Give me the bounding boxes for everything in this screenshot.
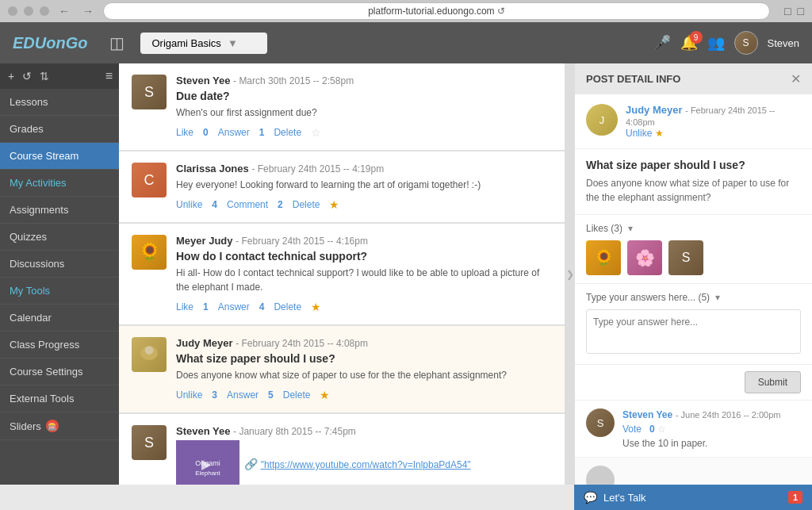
sidebar-item-my-activities[interactable]: My Activities [0, 170, 119, 197]
post-like-btn-1[interactable]: Like [176, 127, 193, 138]
sidebar-arrows-btn[interactable]: ⇅ [38, 68, 51, 84]
post-unlike-btn-4[interactable]: Unlike [176, 389, 202, 401]
sidebar-item-grades[interactable]: Grades [0, 116, 119, 143]
panel-comment: S Steven Yee - June 24th 2016 -- 2:00pm … [575, 401, 812, 458]
post-avatar-4 [132, 337, 167, 372]
like-avatar-3: S [668, 240, 703, 275]
post-delete-btn-1[interactable]: Delete [274, 127, 301, 138]
panel-content: What size paper should I use? Does anyon… [575, 149, 812, 215]
post-answer-btn-4[interactable]: Answer [227, 389, 259, 401]
post-star-3[interactable]: ★ [311, 301, 321, 313]
panel-answer-input[interactable] [586, 309, 801, 354]
sidebar-item-calendar[interactable]: Calendar [0, 305, 119, 332]
panel-author-info: Judy Meyer - February 24th 2015 -- 4:08p… [626, 104, 801, 139]
post-unlike-btn-2[interactable]: Unlike [176, 199, 202, 210]
panel-comment-date: - June 24th 2016 -- 2:00pm [676, 410, 781, 420]
post-text-4: Does anyone know what size of paper to u… [176, 368, 552, 382]
panel-vote-btn[interactable]: Vote [622, 424, 642, 435]
sidebar: + ↺ ⇅ ≡ Lessons Grades Course Stream My … [0, 63, 119, 485]
post-date-4: - February 24th 2015 -- 4:08pm [236, 338, 368, 349]
chat-icon: 💬 [584, 491, 597, 504]
sidebar-item-my-tools[interactable]: My Tools [0, 278, 119, 305]
post-author-2: Clarissa Jones [176, 163, 249, 174]
post-answer-count-4: 5 [268, 389, 274, 401]
browser-fullscreen-btn[interactable]: □ [798, 5, 804, 17]
sidebar-item-class-progress[interactable]: Class Progress [0, 332, 119, 359]
course-selector[interactable]: Origami Basics ▼ [140, 33, 267, 54]
sidebar-item-discussions[interactable]: Discussions [0, 251, 119, 278]
app-container: EDUonGo ◫ Origami Basics ▼ 🎤 🔔 9 👥 S Ste… [0, 22, 812, 485]
sidebar-menu-btn[interactable]: ≡ [105, 69, 113, 83]
post-body-3: Meyer Judy - February 24th 2015 -- 4:16p… [176, 235, 552, 313]
sidebar-item-external-tools[interactable]: External Tools [0, 385, 119, 412]
notification-icon-btn[interactable]: 🔔 9 [680, 34, 698, 52]
post-date-2: - February 24th 2015 -- 4:19pm [251, 163, 384, 174]
panel-star-icon: ★ [655, 128, 664, 139]
submit-btn[interactable]: Submit [745, 371, 801, 393]
user-name-nav: Steven [768, 37, 799, 49]
post-comment-count-2: 2 [278, 199, 283, 210]
post-delete-btn-3[interactable]: Delete [274, 301, 301, 313]
post-avatar-3: 🌻 [132, 235, 167, 270]
user-avatar: S [734, 31, 758, 55]
panel-comment-body: Steven Yee - June 24th 2016 -- 2:00pm Vo… [622, 408, 801, 449]
panel-likes: Likes (3) ▾ 🌻 🌸 S [575, 215, 812, 284]
sidebar-item-course-stream[interactable]: Course Stream [0, 143, 119, 170]
post-star-2[interactable]: ★ [329, 198, 339, 211]
post-delete-btn-4[interactable]: Delete [283, 389, 311, 401]
browser-close-btn[interactable] [8, 6, 17, 16]
panel-unlike-btn[interactable]: Unlike ★ [626, 128, 664, 139]
right-panel: POST DETAIL INFO ✕ J Judy Meyer - Februa… [574, 63, 812, 485]
post-actions-1: Like 0 Answer 1 Delete ☆ [176, 126, 552, 139]
browser-minimize-btn[interactable] [24, 6, 33, 16]
sidebar-item-sliders[interactable]: Sliders 🎰 [0, 412, 119, 440]
panel-answers-label: Type your answers here... (5) ▾ [586, 292, 801, 303]
post-author-1: Steven Yee [176, 75, 230, 86]
post-author-4: Judy Meyer [176, 337, 233, 349]
sidebar-item-course-settings[interactable]: Course Settings [0, 359, 119, 385]
post-answer-btn-1[interactable]: Answer [218, 127, 250, 138]
sidebar-plus-btn[interactable]: + [6, 68, 16, 84]
post-actions-4: Unlike 3 Answer 5 Delete ★ [176, 389, 552, 401]
post-1: S Steven Yee - March 30th 2015 -- 2:58pm… [119, 63, 565, 151]
answers-expand-icon[interactable]: ▾ [715, 292, 720, 303]
sidebar-item-quizzes[interactable]: Quizzes [0, 224, 119, 251]
grid-icon-btn[interactable]: ◫ [106, 30, 128, 56]
post-star-4[interactable]: ★ [320, 389, 330, 401]
panel-post-author: J Judy Meyer - February 24th 2015 -- 4:0… [575, 94, 812, 149]
post-delete-btn-2[interactable]: Delete [293, 199, 320, 210]
post-like-count-1: 0 [203, 127, 209, 138]
top-nav: EDUonGo ◫ Origami Basics ▼ 🎤 🔔 9 👥 S Ste… [0, 22, 812, 63]
microphone-icon-btn[interactable]: 🎤 [653, 34, 671, 52]
browser-maximize-btn[interactable] [40, 6, 49, 16]
scroll-indicator: ❯ [565, 63, 574, 485]
chat-bar[interactable]: 💬 Let's Talk 1 [574, 485, 812, 510]
likes-avatars: 🌻 🌸 S [586, 240, 801, 275]
panel-header: POST DETAIL INFO ✕ [575, 63, 812, 94]
post-title-1: Due date? [176, 90, 552, 102]
main-area: + ↺ ⇅ ≡ Lessons Grades Course Stream My … [0, 63, 812, 485]
post-like-btn-3[interactable]: Like [176, 301, 193, 313]
users-icon-btn[interactable]: 👥 [707, 34, 725, 52]
post-actions-2: Unlike 4 Comment 2 Delete ★ [176, 198, 552, 211]
browser-share-btn[interactable]: □ [784, 5, 791, 17]
sidebar-refresh-btn[interactable]: ↺ [21, 68, 33, 84]
browser-url-bar[interactable]: platform-tutorial.eduongo.com ↺ [103, 2, 770, 20]
post-like-count-4: 3 [212, 389, 217, 401]
sidebar-item-assignments[interactable]: Assignments [0, 197, 119, 224]
likes-expand-icon[interactable]: ▾ [628, 223, 633, 234]
post-answer-btn-3[interactable]: Answer [218, 301, 250, 313]
panel-vote-star[interactable]: ☆ [657, 424, 666, 435]
panel-close-btn[interactable]: ✕ [791, 71, 801, 86]
post-avatar-5: S [132, 425, 167, 460]
post-star-1[interactable]: ☆ [311, 126, 321, 139]
post-comment-btn-2[interactable]: Comment [227, 199, 268, 210]
post-body-4: Judy Meyer - February 24th 2015 -- 4:08p… [176, 337, 552, 401]
post-5: S Steven Yee - January 8th 2015 -- 7:45p… [119, 414, 565, 485]
browser-back-btn[interactable]: ← [56, 3, 73, 19]
yt-link[interactable]: "https://www.youtube.com/watch?v=InlpbaP… [261, 459, 471, 470]
post-2: C Clarissa Jones - February 24th 2015 --… [119, 151, 565, 223]
browser-forward-btn[interactable]: → [79, 3, 97, 19]
sidebar-item-lessons[interactable]: Lessons [0, 89, 119, 116]
post-actions-3: Like 1 Answer 4 Delete ★ [176, 301, 552, 313]
